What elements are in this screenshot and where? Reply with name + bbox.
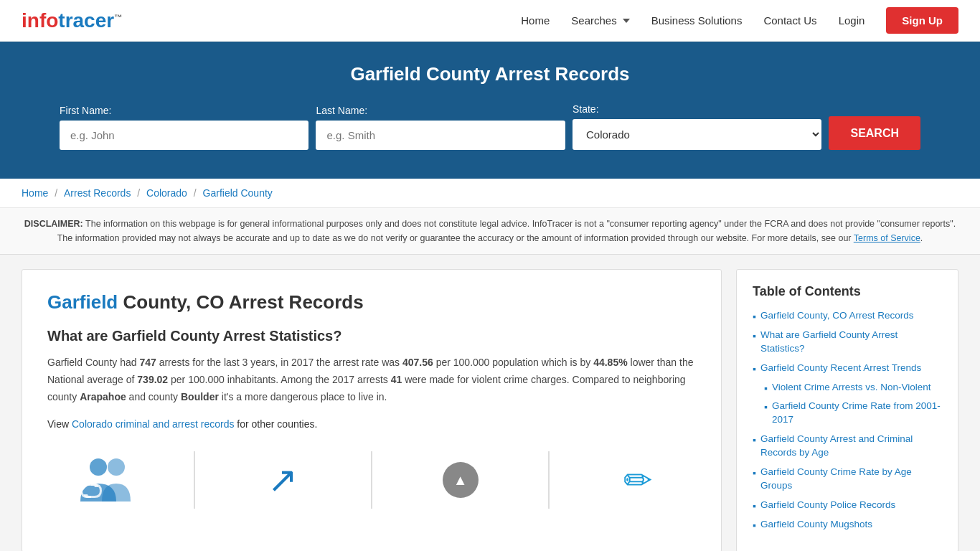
breadcrumb-sep1: / <box>55 187 60 199</box>
icon-pencil: ✏ <box>609 451 666 509</box>
nav-contact-us[interactable]: Contact Us <box>763 14 816 27</box>
firstname-group: First Name: <box>60 105 308 150</box>
scroll-top-icon[interactable]: ▲ <box>432 451 489 509</box>
breadcrumb-arrest-records[interactable]: Arrest Records <box>64 187 131 199</box>
breadcrumb-home[interactable]: Home <box>22 187 48 199</box>
people-icon <box>77 451 134 509</box>
content-para1: Garfield County had 747 arrests for the … <box>47 354 696 405</box>
toc-link[interactable]: Garfield County, CO Arrest Records <box>760 309 914 323</box>
state-label: State: <box>573 103 821 115</box>
toc-title: Table of Contents <box>753 284 942 299</box>
lastname-label: Last Name: <box>316 105 565 116</box>
pencil-icon: ✏ <box>623 460 652 500</box>
page-title: Garfield County Arrest Records <box>29 63 951 85</box>
nav-business-solutions[interactable]: Business Solutions <box>651 14 743 27</box>
hero-section: Garfield County Arrest Records First Nam… <box>0 42 980 179</box>
breadcrumb: Home / Arrest Records / Colorado / Garfi… <box>0 179 980 208</box>
search-button[interactable]: SEARCH <box>829 116 920 150</box>
lastname-group: Last Name: <box>316 105 565 150</box>
icon-arrow-up: ↗ <box>254 451 311 509</box>
content-link-line: View Colorado criminal and arrest record… <box>47 418 696 430</box>
toc-item: Garfield County, CO Arrest Records <box>753 309 942 323</box>
toc-item: Garfield County Crime Rate by Age Groups <box>753 466 942 493</box>
toc-item: What are Garfield County Arrest Statisti… <box>753 329 942 356</box>
search-form: First Name: Last Name: State: AlabamaAla… <box>60 103 920 150</box>
arrow-up-icon: ↗ <box>268 459 298 501</box>
logo-text: infotracer™ <box>22 9 122 32</box>
section1-heading: What are Garfield County Arrest Statisti… <box>47 328 696 344</box>
lastname-input[interactable] <box>316 121 565 150</box>
content-title-rest: County, CO Arrest Records <box>118 291 363 313</box>
firstname-label: First Name: <box>60 105 308 116</box>
toc-item: Garfield County Mugshots <box>753 518 942 532</box>
toc-link[interactable]: Garfield County Crime Rate by Age Groups <box>760 466 942 493</box>
toc-link[interactable]: Garfield County Mugshots <box>760 518 872 532</box>
colorado-records-link[interactable]: Colorado criminal and arrest records <box>72 418 234 430</box>
content-title-highlight: Garfield <box>47 291 118 313</box>
breadcrumb-sep3: / <box>194 187 199 199</box>
nav-searches[interactable]: Searches <box>571 14 629 27</box>
chevron-down-icon <box>623 19 630 23</box>
disclaimer-label: DISCLAIMER: <box>24 219 83 229</box>
link-line-prefix: View <box>47 418 72 430</box>
logo[interactable]: infotracer™ <box>22 9 122 32</box>
breadcrumb-colorado[interactable]: Colorado <box>146 187 187 199</box>
firstname-input[interactable] <box>60 121 308 150</box>
main-nav: Home Searches Business Solutions Contact… <box>521 7 958 34</box>
nav-home[interactable]: Home <box>521 14 550 27</box>
state-group: State: AlabamaAlaskaArizonaArkansasCalif… <box>573 103 821 150</box>
breadcrumb-sep2: / <box>137 187 143 199</box>
tos-link[interactable]: Terms of Service <box>854 233 920 243</box>
link-line-suffix: for other counties. <box>234 418 317 430</box>
nav-login[interactable]: Login <box>839 14 865 27</box>
icon-row: ↗ ▲ ✏ <box>47 444 696 509</box>
content-main-title: Garfield County, CO Arrest Records <box>47 291 696 314</box>
disclaimer-text: The information on this webpage is for g… <box>57 219 956 243</box>
icon-divider2 <box>371 451 372 509</box>
toc-link[interactable]: Violent Crime Arrests vs. Non-Violent <box>772 381 931 395</box>
toc-item: Garfield County Arrest and Criminal Reco… <box>753 433 942 460</box>
site-header: infotracer™ Home Searches Business Solut… <box>0 0 980 42</box>
icon-divider3 <box>548 451 550 509</box>
breadcrumb-garfield-county[interactable]: Garfield County <box>203 187 273 199</box>
state-select[interactable]: AlabamaAlaskaArizonaArkansasCaliforniaCo… <box>573 119 821 150</box>
content-area: Garfield County, CO Arrest Records What … <box>22 269 722 551</box>
toc-item: Violent Crime Arrests vs. Non-Violent <box>753 381 942 395</box>
svg-point-1 <box>108 458 125 476</box>
toc-link[interactable]: Garfield County Recent Arrest Trends <box>760 362 921 375</box>
toc-item: Garfield County Recent Arrest Trends <box>753 362 942 375</box>
main-container: Garfield County, CO Arrest Records What … <box>0 255 980 551</box>
toc-link[interactable]: What are Garfield County Arrest Statisti… <box>760 329 942 356</box>
icon-people <box>77 451 134 509</box>
toc-link[interactable]: Garfield County Crime Rate from 2001-201… <box>772 400 942 427</box>
toc-link[interactable]: Garfield County Police Records <box>760 499 895 512</box>
icon-divider1 <box>194 451 195 509</box>
toc-item: Garfield County Crime Rate from 2001-201… <box>753 400 942 427</box>
toc-link[interactable]: Garfield County Arrest and Criminal Reco… <box>760 433 942 460</box>
sidebar-toc: Table of Contents Garfield County, CO Ar… <box>736 269 958 551</box>
signup-button[interactable]: Sign Up <box>886 7 958 34</box>
toc-item: Garfield County Police Records <box>753 499 942 512</box>
disclaimer-bar: DISCLAIMER: The information on this webp… <box>0 208 980 255</box>
scroll-top-button[interactable]: ▲ <box>443 462 479 498</box>
toc-list: Garfield County, CO Arrest RecordsWhat a… <box>753 309 942 532</box>
svg-point-0 <box>90 458 107 476</box>
